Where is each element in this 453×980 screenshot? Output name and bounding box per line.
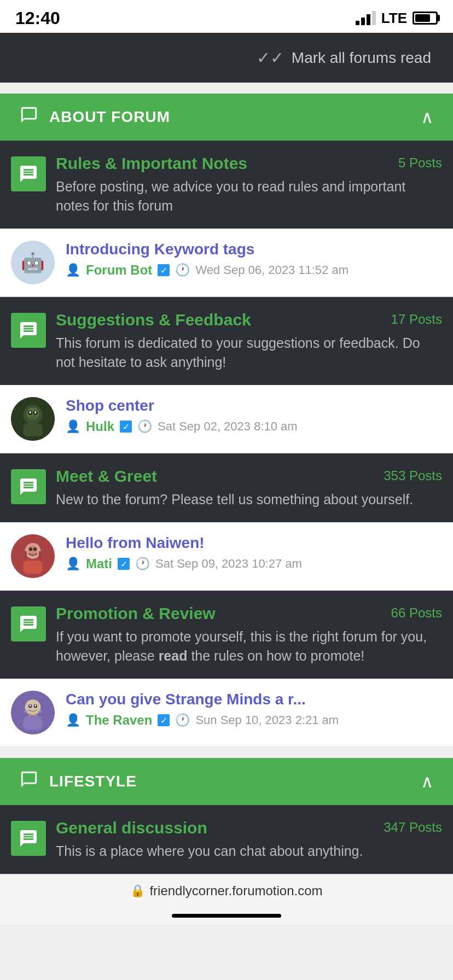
rules-posts: 5 Posts — [398, 155, 442, 171]
clock-icon-hulk: 🕐 — [137, 419, 152, 434]
svg-rect-27 — [23, 716, 42, 730]
svg-point-20 — [25, 699, 41, 715]
svg-text:🤖: 🤖 — [21, 251, 45, 274]
post-card-forumbot[interactable]: 🤖 Introducing Keyword tags 👤 Forum Bot ✓… — [0, 229, 453, 297]
forumbot-post-title: Introducing Keyword tags — [66, 241, 442, 258]
svg-rect-10 — [23, 423, 42, 436]
rules-desc: Before posting, we advice you to read ru… — [56, 179, 405, 213]
svg-point-24 — [34, 705, 36, 707]
lte-label: LTE — [381, 10, 407, 27]
user-icon-hulk: 👤 — [66, 419, 80, 434]
battery-icon — [413, 11, 438, 25]
mati-author: Mati — [86, 556, 112, 571]
lock-icon: 🔒 — [130, 884, 145, 898]
forum-icon — [20, 106, 38, 129]
chevron-up-icon: ∧ — [421, 107, 433, 127]
svg-point-14 — [29, 547, 32, 551]
svg-point-15 — [33, 547, 37, 551]
promotion-posts: 66 Posts — [391, 605, 442, 621]
verified-badge: ✓ — [158, 264, 170, 276]
verified-badge-mati: ✓ — [118, 558, 130, 570]
mati-post-title: Hello from Naiwen! — [66, 534, 442, 552]
svg-point-7 — [30, 411, 31, 413]
signal-icon — [356, 11, 376, 25]
svg-point-23 — [30, 705, 31, 707]
mark-read-bar[interactable]: ✓✓ Mark all forums read — [0, 33, 453, 83]
forum-row-general[interactable]: General discussion 347 Posts This is a p… — [0, 805, 453, 874]
forum-row-icon — [11, 156, 46, 191]
double-check-icon: ✓✓ — [257, 48, 284, 67]
forum-row-rules[interactable]: Rules & Important Notes 5 Posts Before p… — [0, 141, 453, 229]
about-forum-title: ABOUT FORUM — [49, 108, 170, 126]
clock-icon-mati: 🕐 — [135, 557, 150, 571]
forum-row-suggestions[interactable]: Suggestions & Feedback 17 Posts This for… — [0, 297, 453, 385]
svg-rect-17 — [39, 551, 40, 558]
raven-author: The Raven — [86, 713, 152, 728]
promotion-desc: If you want to promote yourself, this is… — [56, 629, 427, 663]
about-forum-header[interactable]: ABOUT FORUM ∧ — [0, 94, 453, 141]
status-icons: LTE — [356, 10, 438, 27]
svg-rect-18 — [23, 561, 42, 574]
lifestyle-chevron-icon: ∧ — [421, 771, 433, 792]
suggestions-title: Suggestions & Feedback — [56, 311, 251, 329]
forum-row-promotion[interactable]: Promotion & Review 66 Posts If you want … — [0, 591, 453, 679]
mati-time: Sat Sep 09, 2023 10:27 am — [155, 557, 302, 571]
verified-badge-raven: ✓ — [158, 714, 170, 726]
status-bar: 12:40 LTE — [0, 0, 453, 33]
user-icon-mati: 👤 — [66, 557, 80, 571]
home-bar — [172, 914, 281, 918]
general-title: General discussion — [56, 819, 207, 837]
lifestyle-icon — [20, 770, 38, 793]
rules-title: Rules & Important Notes — [56, 154, 247, 173]
suggestions-desc: This forum is dedicated to your suggesti… — [56, 335, 420, 370]
browser-url: friendlycorner.forumotion.com — [149, 883, 322, 899]
clock-icon-raven: 🕐 — [175, 713, 190, 727]
suggestions-posts: 17 Posts — [391, 312, 442, 327]
post-card-mati[interactable]: Hello from Naiwen! 👤 Mati ✓ 🕐 Sat Sep 09… — [0, 522, 453, 591]
hulk-author: Hulk — [86, 419, 114, 434]
forum-row-meetgreet[interactable]: Meet & Greet 353 Posts New to the forum?… — [0, 453, 453, 522]
lifestyle-title: LIFESTYLE — [49, 773, 137, 790]
post-card-hulk[interactable]: Shop center 👤 Hulk ✓ 🕐 Sat Sep 02, 2023 … — [0, 385, 453, 453]
avatar-mati — [11, 534, 55, 578]
forum-row-icon-meetgreet — [11, 469, 46, 504]
user-icon: 👤 — [66, 263, 80, 277]
forum-row-icon-general — [11, 821, 46, 856]
clock-icon: 🕐 — [175, 263, 190, 277]
home-indicator — [0, 907, 453, 924]
avatar-forumbot: 🤖 — [11, 241, 55, 284]
mark-read-label: Mark all forums read — [292, 49, 431, 67]
svg-point-8 — [34, 411, 36, 413]
svg-rect-29 — [38, 711, 43, 713]
promotion-title: Promotion & Review — [56, 604, 216, 623]
forumbot-author: Forum Bot — [86, 262, 152, 278]
verified-badge-hulk: ✓ — [120, 421, 132, 433]
svg-point-9 — [30, 416, 37, 420]
svg-rect-28 — [23, 711, 27, 713]
hulk-post-title: Shop center — [66, 397, 442, 415]
meetgreet-posts: 353 Posts — [384, 468, 442, 483]
forum-row-icon-promotion — [11, 606, 46, 641]
post-card-raven[interactable]: Can you give Strange Minds a r... 👤 The … — [0, 679, 453, 747]
general-desc: This is a place where you can chat about… — [56, 843, 363, 859]
forumbot-time: Wed Sep 06, 2023 11:52 am — [195, 263, 349, 277]
user-icon-raven: 👤 — [66, 713, 80, 727]
browser-bar: 🔒 friendlycorner.forumotion.com — [0, 874, 453, 907]
lifestyle-header[interactable]: LIFESTYLE ∧ — [0, 758, 453, 805]
avatar-hulk — [11, 397, 55, 441]
hulk-time: Sat Sep 02, 2023 8:10 am — [158, 419, 298, 434]
raven-post-title: Can you give Strange Minds a r... — [66, 691, 442, 708]
general-posts: 347 Posts — [384, 820, 442, 835]
forum-row-icon-suggestions — [11, 313, 46, 348]
avatar-raven — [11, 691, 55, 734]
svg-rect-16 — [25, 551, 27, 558]
raven-time: Sun Sep 10, 2023 2:21 am — [195, 713, 339, 727]
meetgreet-desc: New to the forum? Please tell us somethi… — [56, 492, 413, 507]
status-time: 12:40 — [15, 8, 60, 28]
meetgreet-title: Meet & Greet — [56, 467, 157, 486]
